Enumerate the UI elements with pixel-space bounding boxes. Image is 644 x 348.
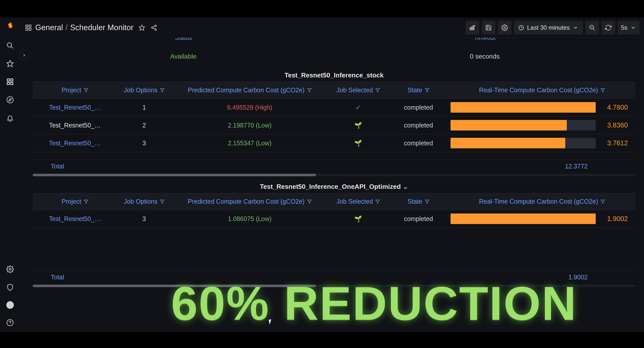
svg-marker-32: [84, 89, 88, 92]
cell-state: completed: [388, 116, 449, 134]
svg-point-17: [155, 25, 156, 27]
col-predicted[interactable]: Predicted Compute Carbon Cost (gCO2e): [171, 82, 328, 99]
svg-point-18: [151, 27, 153, 28]
cell-selected: ✓: [328, 99, 388, 116]
svg-marker-36: [425, 89, 429, 92]
cell-job-option: 1: [117, 99, 171, 116]
zoom-out-button[interactable]: [585, 21, 599, 34]
total-value: 12.3772: [565, 163, 635, 170]
col-project[interactable]: Project: [33, 82, 117, 99]
explore-icon[interactable]: [6, 96, 14, 104]
col-project[interactable]: Project: [33, 193, 117, 210]
dashboards-grid-icon[interactable]: [25, 24, 32, 31]
favorite-star-icon[interactable]: [138, 24, 146, 31]
svg-point-9: [9, 268, 11, 270]
dashboards-icon[interactable]: [6, 77, 14, 86]
svg-rect-5: [7, 82, 10, 85]
svg-rect-22: [470, 28, 471, 30]
table-row[interactable]: Test_Resnet50_…22.198770 (Low)🌱completed…: [33, 116, 635, 134]
total-value: 1.9002: [569, 274, 635, 281]
panel-title-stock[interactable]: Test_Resnet50_Inference_stock: [33, 65, 635, 82]
shield-icon[interactable]: [6, 283, 14, 292]
sidebar: [0, 18, 20, 332]
cell-job-option: 3: [117, 210, 171, 228]
chevron-down-icon: [630, 25, 636, 30]
table-stock: Project Job Options Predicted Compute Ca…: [33, 82, 635, 152]
svg-point-27: [504, 27, 506, 28]
table-row[interactable]: Test_Resnet50_…32.155347 (Low)🌱completed…: [33, 134, 635, 152]
svg-marker-8: [9, 99, 11, 101]
svg-rect-23: [472, 26, 472, 30]
configuration-icon[interactable]: [6, 265, 14, 274]
share-icon[interactable]: [150, 24, 158, 31]
svg-line-30: [593, 28, 595, 30]
cell-predicted: 1.086075 (Low): [171, 210, 328, 228]
col-state[interactable]: State: [388, 82, 449, 99]
svg-rect-24: [473, 25, 474, 30]
table-row[interactable]: Test_Resnet50_…31.086075 (Low)🌱completed…: [33, 210, 635, 228]
star-icon[interactable]: [6, 59, 14, 68]
total-label: Total: [33, 274, 153, 281]
chevron-down-icon: ⌄: [403, 183, 408, 190]
svg-rect-3: [7, 79, 10, 81]
refresh-button[interactable]: [601, 21, 615, 34]
grafana-logo[interactable]: [5, 21, 16, 32]
total-label: Total: [33, 163, 153, 170]
refresh-interval-label: 5s: [621, 24, 627, 31]
cell-realtime: 3.7612: [449, 134, 635, 152]
time-range-picker[interactable]: Last 30 minutes: [514, 21, 583, 34]
refresh-interval-picker[interactable]: 5s: [618, 21, 639, 34]
svg-line-1: [11, 47, 13, 49]
cell-project[interactable]: Test_Resnet50_…: [33, 99, 117, 116]
cell-predicted: 6.495529 (High): [171, 99, 328, 116]
alerting-icon[interactable]: [6, 114, 14, 122]
col-job-options[interactable]: Job Options: [117, 193, 171, 210]
cell-predicted: 2.198770 (Low): [171, 116, 328, 134]
svg-line-21: [153, 28, 155, 29]
add-panel-button[interactable]: [466, 21, 479, 34]
svg-rect-12: [26, 25, 28, 27]
svg-line-20: [153, 26, 155, 27]
table-row[interactable]: Test_Resnet50_…16.495529 (High)✓complete…: [33, 99, 635, 116]
svg-marker-16: [139, 25, 145, 30]
col-realtime[interactable]: Real-Time Compute Carbon Cost (gCO2e): [449, 193, 635, 210]
col-job-options[interactable]: Job Options: [117, 82, 171, 99]
cell-project[interactable]: Test_Resnet50_…: [33, 134, 117, 152]
svg-point-19: [155, 29, 156, 30]
cell-job-option: 3: [117, 134, 171, 152]
horizontal-scrollbar[interactable]: [33, 285, 635, 287]
svg-marker-41: [376, 200, 380, 203]
col-selected[interactable]: Job Selected: [328, 193, 388, 210]
search-icon[interactable]: [6, 41, 14, 50]
cell-project[interactable]: Test_Resnet50_…: [33, 116, 117, 134]
cell-project[interactable]: Test_Resnet50_…: [33, 210, 117, 228]
col-realtime[interactable]: Real-Time Compute Carbon Cost (gCO2e): [449, 82, 635, 99]
svg-marker-35: [376, 89, 380, 92]
time-range-label: Last 30 minutes: [527, 24, 570, 31]
cell-realtime: 1.9002: [449, 210, 635, 228]
panel-title-optimized[interactable]: Test_Resnet50_Inference_OneAPI_Optimized…: [33, 176, 635, 193]
col-predicted[interactable]: Predicted Compute Carbon Cost (gCO2e): [171, 193, 328, 210]
collapse-sidebar-button[interactable]: [19, 50, 29, 60]
svg-marker-42: [425, 200, 429, 203]
svg-point-7: [7, 97, 13, 103]
breadcrumb-page[interactable]: Scheduler Monitor: [70, 23, 134, 32]
horizontal-scrollbar[interactable]: [33, 174, 635, 176]
col-selected[interactable]: Job Selected: [328, 82, 388, 99]
save-button[interactable]: [482, 21, 495, 34]
cell-state: completed: [388, 99, 449, 116]
total-row-optimized: Total 1.9002: [33, 271, 635, 284]
svg-marker-2: [7, 61, 13, 67]
status-header: Status: [33, 38, 334, 41]
topbar: General / Scheduler Monitor Last 30 minu…: [20, 18, 644, 38]
settings-button[interactable]: [498, 21, 511, 34]
help-icon[interactable]: [6, 318, 14, 327]
cell-state: completed: [388, 134, 449, 152]
cell-selected: 🌱: [328, 134, 388, 152]
user-avatar[interactable]: [6, 301, 14, 309]
col-state[interactable]: State: [388, 193, 449, 210]
status-value: Available: [33, 53, 334, 60]
cell-job-option: 2: [117, 116, 171, 134]
breadcrumb-folder[interactable]: General: [35, 23, 63, 32]
breadcrumb-separator: /: [65, 23, 68, 32]
